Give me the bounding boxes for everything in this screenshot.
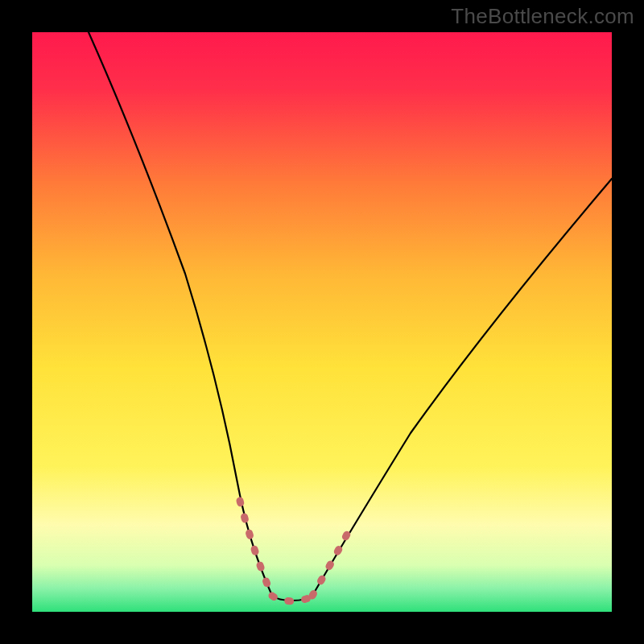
curve-left-arm — [89, 32, 272, 596]
curve-layer — [32, 32, 612, 612]
chart-frame: TheBottleneck.com — [0, 0, 644, 644]
dashed-guide-left — [240, 501, 272, 596]
plot-area — [32, 32, 612, 612]
curve-right-arm — [312, 179, 612, 596]
watermark-text: TheBottleneck.com — [451, 4, 634, 29]
